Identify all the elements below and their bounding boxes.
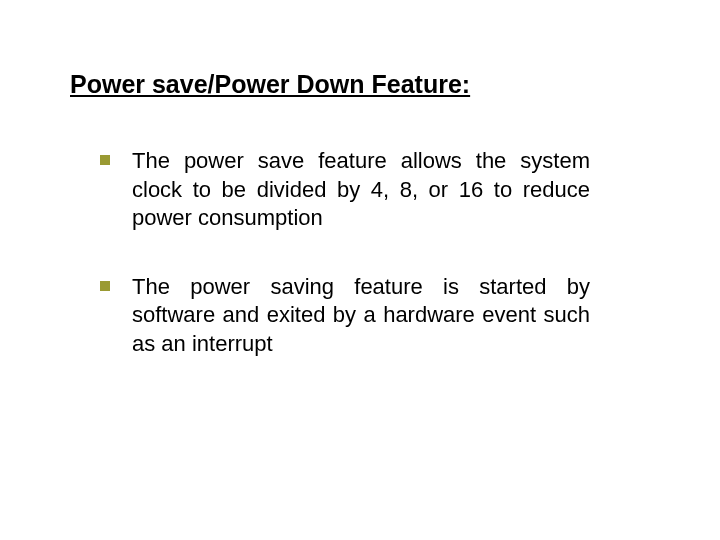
slide-title: Power save/Power Down Feature: bbox=[70, 70, 650, 99]
bullet-text: The power save feature allows the system… bbox=[132, 147, 650, 233]
slide: Power save/Power Down Feature: The power… bbox=[0, 0, 720, 540]
square-bullet-icon bbox=[100, 281, 110, 291]
bullet-text: The power saving feature is started by s… bbox=[132, 273, 650, 359]
bullet-item: The power save feature allows the system… bbox=[70, 147, 650, 233]
square-bullet-icon bbox=[100, 155, 110, 165]
bullet-item: The power saving feature is started by s… bbox=[70, 273, 650, 359]
